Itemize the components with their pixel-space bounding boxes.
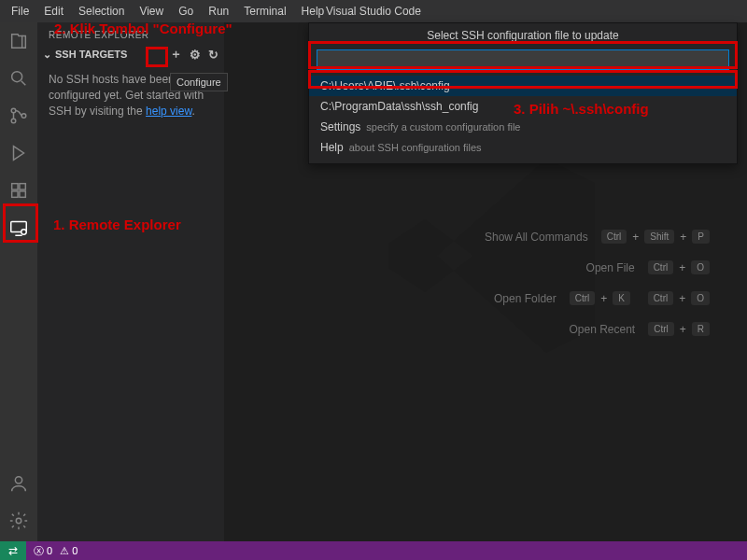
qp-item-label: C:\ProgramData\ssh\ssh_config (320, 100, 478, 113)
shortcut-label: Open Folder (494, 292, 557, 305)
scm-icon[interactable] (7, 105, 30, 127)
key: O (691, 260, 710, 274)
menu-edit[interactable]: Edit (36, 2, 71, 21)
menu-run[interactable]: Run (201, 2, 236, 21)
explorer-icon[interactable] (7, 30, 30, 52)
shortcut-show-all: Show All Commands Ctrl+Shift+P (485, 230, 710, 244)
key: Ctrl (648, 291, 674, 305)
annotation-box-qp-selected (308, 70, 738, 89)
key: Ctrl (601, 230, 627, 244)
ssh-targets-label: SSH TARGETS (55, 49, 127, 60)
add-icon[interactable]: ＋ (170, 46, 182, 63)
annotation-box-qp-input (308, 41, 738, 69)
annotation-2: 2. Klik Tombol "Configure" (54, 21, 233, 36)
quickpick-item-settings[interactable]: Settings specify a custom configuration … (309, 117, 737, 137)
activity-bar-bottom (7, 472, 30, 532)
configure-icon[interactable]: ⚙ (190, 48, 201, 62)
qp-item-hint: specify a custom configuration file (366, 121, 520, 133)
menu-file[interactable]: File (4, 2, 36, 21)
help-view-link[interactable]: help view (146, 105, 191, 118)
configure-tooltip: Configure (170, 73, 228, 91)
refresh-icon[interactable]: ↻ (208, 48, 218, 62)
shortcut-open-folder: Open Folder Ctrl+K Ctrl+O (485, 291, 710, 305)
svg-rect-7 (20, 191, 25, 197)
menu-selection[interactable]: Selection (71, 2, 132, 21)
annotation-1: 1. Remote Explorer (53, 217, 181, 232)
svg-rect-4 (12, 184, 18, 189)
run-icon[interactable] (7, 142, 30, 164)
warnings-indicator[interactable]: ⚠ 0 (60, 545, 78, 557)
account-icon[interactable] (7, 472, 30, 495)
key: Shift (644, 230, 674, 244)
key: Ctrl (648, 322, 674, 336)
window-title: Visual Studio Code (326, 5, 421, 18)
svg-point-0 (12, 72, 22, 82)
shortcut-label: Show All Commands (485, 231, 588, 244)
key: O (691, 291, 710, 305)
quickpick-item-help[interactable]: Help about SSH configuration files (309, 137, 737, 158)
empty-text-suffix: . (191, 105, 194, 118)
qp-item-label: Settings (320, 120, 360, 133)
errors-indicator[interactable]: ⓧ 0 (34, 544, 52, 558)
svg-point-3 (21, 114, 26, 119)
key: R (692, 322, 710, 336)
menu-view[interactable]: View (132, 2, 171, 21)
shortcut-open-file: Open File Ctrl+O (485, 260, 710, 274)
welcome-shortcuts: Show All Commands Ctrl+Shift+P Open File… (485, 230, 710, 336)
shortcut-label: Open File (586, 261, 635, 274)
svg-rect-5 (20, 184, 25, 189)
statusbar-content: ⓧ 0 ⚠ 0 (26, 541, 747, 560)
menu-go[interactable]: Go (171, 2, 201, 21)
gear-icon[interactable] (7, 510, 30, 532)
menubar: File Edit Selection View Go Run Terminal… (0, 0, 747, 22)
shortcut-open-recent: Open Recent Ctrl+R (485, 322, 710, 336)
menu-items: File Edit Selection View Go Run Terminal… (0, 2, 331, 21)
key: P (692, 230, 710, 244)
qp-item-label: Help (320, 141, 344, 154)
search-icon[interactable] (7, 67, 30, 90)
qp-item-hint: about SSH configuration files (349, 142, 482, 153)
chevron-down-icon: ⌄ (43, 49, 51, 61)
key: K (613, 291, 630, 305)
shortcut-label: Open Recent (569, 323, 635, 336)
annotation-3: 3. Pilih ~\.ssh\config (514, 101, 649, 117)
annotation-box-configure (146, 47, 168, 67)
key: Ctrl (570, 291, 596, 305)
menu-terminal[interactable]: Terminal (236, 2, 293, 21)
statusbar: ⇄ ⓧ 0 ⚠ 0 (0, 541, 747, 560)
annotation-box-remote-explorer (3, 203, 38, 243)
sidebar: REMOTE EXPLORER ⌄ SSH TARGETS ＋ ⚙ ↻ No S… (37, 22, 224, 541)
ssh-targets-header[interactable]: ⌄ SSH TARGETS ＋ ⚙ ↻ (37, 44, 224, 64)
svg-point-10 (15, 477, 21, 483)
activity-bar (0, 22, 37, 541)
svg-rect-6 (12, 191, 18, 197)
key: Ctrl (648, 260, 674, 274)
svg-point-1 (11, 108, 16, 113)
svg-point-2 (11, 119, 16, 123)
svg-point-11 (16, 518, 21, 524)
extensions-icon[interactable] (7, 179, 30, 202)
remote-indicator[interactable]: ⇄ (0, 541, 26, 560)
